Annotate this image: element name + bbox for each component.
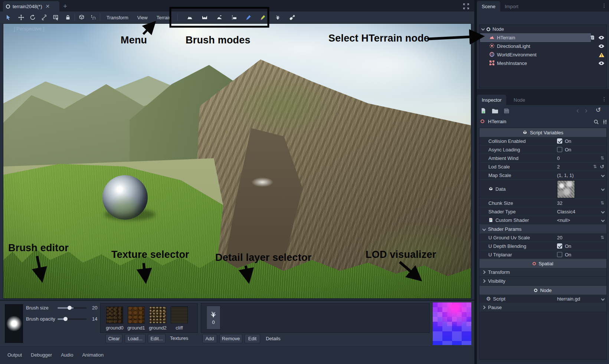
- category-spatial[interactable]: Spatial: [479, 259, 606, 268]
- script-badge-icon[interactable]: [590, 35, 595, 40]
- group-object-icon[interactable]: [77, 13, 86, 22]
- close-tab-icon[interactable]: ✕: [46, 3, 50, 9]
- dock-splitter[interactable]: [477, 89, 609, 94]
- visibility-eye-icon[interactable]: [598, 35, 605, 40]
- prop-value[interactable]: 0: [557, 155, 560, 161]
- history-forward-icon[interactable]: ›: [585, 106, 587, 115]
- brush-opacity-slider[interactable]: [58, 318, 86, 320]
- prop-value[interactable]: Classic4: [557, 209, 575, 214]
- brush-mode-flatten-icon[interactable]: [229, 13, 239, 22]
- edit-textures-button[interactable]: Edit...: [148, 334, 166, 343]
- heightmap-thumbnail[interactable]: [557, 180, 575, 198]
- details-button[interactable]: Details: [262, 334, 284, 343]
- visibility-eye-icon[interactable]: [598, 61, 605, 66]
- scene-tab-terrain2048[interactable]: terrain2048(*) ✕: [3, 1, 59, 12]
- group-transform[interactable]: Transform: [479, 268, 606, 277]
- lock-icon[interactable]: [63, 13, 73, 22]
- tab-output[interactable]: Output: [7, 352, 22, 358]
- menu-terrain[interactable]: Terrain: [152, 15, 176, 20]
- prop-value[interactable]: hterrain.gd: [557, 296, 580, 302]
- checkbox-checked[interactable]: [557, 243, 562, 249]
- expand-icon[interactable]: [601, 218, 605, 222]
- expand-icon[interactable]: [601, 187, 605, 191]
- move-tool-icon[interactable]: [16, 13, 26, 22]
- checkbox-unchecked[interactable]: [557, 252, 562, 257]
- spinner-icon[interactable]: ⇅: [600, 155, 604, 161]
- object-history-icon[interactable]: ↺: [596, 106, 601, 114]
- tab-inspector[interactable]: Inspector: [477, 95, 506, 105]
- tab-scene[interactable]: Scene: [477, 1, 500, 12]
- inspector-tools-icon[interactable]: [602, 119, 608, 126]
- texture-tile-cliff[interactable]: [171, 306, 188, 324]
- brush-opacity-handle[interactable]: [63, 317, 68, 321]
- select-tool-icon[interactable]: [4, 13, 13, 22]
- clear-button[interactable]: Clear: [105, 334, 122, 343]
- tree-row-directionallight[interactable]: DirectionalLight: [479, 42, 606, 50]
- load-button[interactable]: Load...: [125, 334, 145, 343]
- tab-import[interactable]: Import: [500, 1, 523, 12]
- spinner-icon[interactable]: ⇅: [600, 235, 604, 240]
- dock-menu-icon[interactable]: ⋮: [602, 96, 607, 102]
- brush-mode-splat-paint-icon[interactable]: [258, 13, 268, 22]
- tab-node[interactable]: Node: [509, 95, 530, 105]
- menu-view[interactable]: View: [133, 15, 152, 20]
- load-resource-icon[interactable]: [492, 108, 498, 115]
- section-shader-params[interactable]: Shader Params: [479, 224, 606, 233]
- prop-value[interactable]: <null>: [557, 217, 570, 223]
- group-pause[interactable]: Pause: [479, 303, 606, 312]
- tab-animation[interactable]: Animation: [82, 352, 104, 358]
- brush-mode-color-paint-icon[interactable]: [243, 13, 253, 22]
- expand-icon[interactable]: [601, 210, 605, 213]
- texture-tile-ground1[interactable]: [128, 306, 145, 324]
- category-script-variables[interactable]: Script Variables: [479, 128, 606, 137]
- brush-size-slider[interactable]: [58, 307, 86, 309]
- brush-size-handle[interactable]: [68, 306, 72, 310]
- prop-value[interactable]: (1, 1, 1): [557, 173, 574, 178]
- new-tab-icon[interactable]: +: [63, 2, 67, 10]
- new-resource-icon[interactable]: [480, 108, 487, 115]
- tree-row-meshinstance[interactable]: MeshInstance: [479, 59, 606, 68]
- edit-detail-button[interactable]: Edit: [245, 334, 260, 343]
- remove-button[interactable]: Remove: [219, 334, 242, 343]
- revert-icon[interactable]: ↺: [600, 164, 604, 170]
- add-button[interactable]: Add: [202, 334, 217, 343]
- brush-mode-erode-icon[interactable]: [287, 13, 297, 22]
- texture-tile-ground0[interactable]: [106, 306, 123, 324]
- spinner-icon[interactable]: ⇅: [600, 200, 604, 206]
- texture-tile-ground2[interactable]: [149, 306, 166, 324]
- save-resource-icon[interactable]: [504, 108, 510, 115]
- scale-tool-icon[interactable]: [39, 13, 49, 22]
- brush-preview[interactable]: [5, 304, 23, 343]
- prop-value[interactable]: 20: [557, 235, 562, 240]
- group-visibility[interactable]: Visibility: [479, 277, 606, 286]
- brush-mode-detail-grass-icon[interactable]: [273, 13, 282, 22]
- brush-mode-lower-icon[interactable]: [200, 13, 209, 22]
- dock-menu-icon[interactable]: ⋮: [602, 3, 607, 9]
- expand-icon[interactable]: [601, 173, 605, 177]
- brush-mode-smooth-icon[interactable]: [215, 13, 224, 22]
- tab-debugger[interactable]: Debugger: [31, 352, 52, 358]
- collapse-icon[interactable]: [481, 27, 485, 30]
- list-select-tool-icon[interactable]: [51, 13, 61, 22]
- category-node[interactable]: Node: [479, 286, 606, 295]
- checkbox-checked[interactable]: [557, 138, 562, 144]
- inspector-search-icon[interactable]: [593, 119, 599, 126]
- tree-row-node[interactable]: Node: [479, 25, 606, 33]
- history-back-icon[interactable]: ‹: [576, 106, 579, 115]
- distraction-free-icon[interactable]: [463, 3, 469, 11]
- tree-row-worldenvironment[interactable]: WorldEnvironment: [479, 50, 606, 59]
- prop-value[interactable]: 2: [557, 164, 560, 170]
- menu-transform[interactable]: Transform: [102, 15, 133, 20]
- tree-row-hterrain[interactable]: HTerrain: [479, 33, 606, 42]
- checkbox-unchecked[interactable]: [557, 147, 562, 152]
- expand-icon[interactable]: [601, 297, 605, 301]
- warning-icon[interactable]: [599, 52, 605, 58]
- tab-audio[interactable]: Audio: [61, 352, 73, 358]
- snap-mode-icon[interactable]: [88, 13, 98, 22]
- visibility-eye-icon[interactable]: [598, 44, 605, 49]
- detail-layer-0-tile[interactable]: 0: [206, 306, 220, 329]
- spinner-icon[interactable]: ⇅: [593, 164, 597, 169]
- rotate-tool-icon[interactable]: [28, 13, 37, 22]
- prop-value[interactable]: 32: [557, 200, 562, 206]
- perspective-label[interactable]: [ Perspective ]: [14, 26, 44, 32]
